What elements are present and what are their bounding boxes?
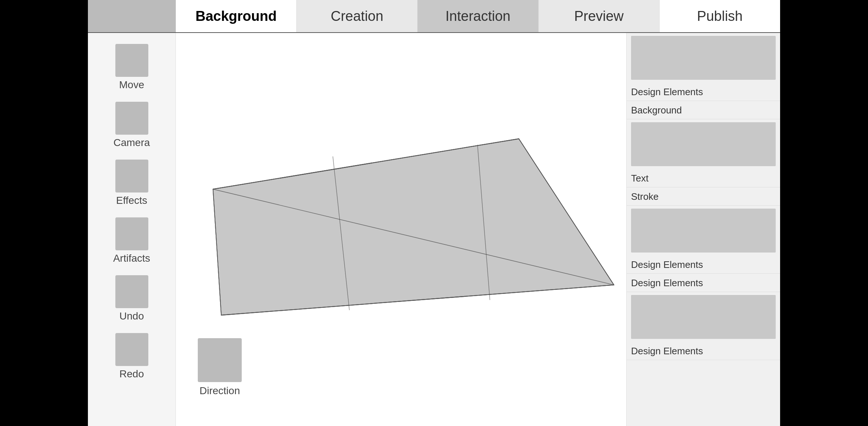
artifacts-icon <box>115 217 148 250</box>
toolbar-item-camera[interactable]: Camera <box>99 98 165 152</box>
main-area: Background Creation Interaction Preview … <box>88 0 780 426</box>
panel-section-background: Background <box>627 101 780 119</box>
camera-label: Camera <box>114 137 150 149</box>
redo-label: Redo <box>119 368 144 380</box>
toolbar-item-move[interactable]: Move <box>99 40 165 94</box>
svg-marker-0 <box>213 139 614 315</box>
right-panel: Design Elements Background Text Stroke D… <box>626 33 780 426</box>
right-black-bar <box>780 0 868 426</box>
panel-label-stroke: Stroke <box>627 187 780 205</box>
direction-widget: Direction <box>198 338 242 397</box>
panel-card-text <box>631 122 776 166</box>
effects-icon <box>115 160 148 193</box>
artifacts-label: Artifacts <box>113 253 150 264</box>
panel-section-text: Text <box>627 119 780 187</box>
panel-section-2: Design Elements <box>627 206 780 274</box>
tab-background[interactable]: Background <box>176 0 297 32</box>
undo-icon <box>115 275 148 308</box>
panel-section-de-label: Design Elements <box>627 274 780 292</box>
effects-label: Effects <box>116 195 147 206</box>
panel-label-design-elements-2: Design Elements <box>627 255 780 273</box>
tab-preview[interactable]: Preview <box>539 0 660 32</box>
panel-section-stroke: Stroke <box>627 187 780 206</box>
top-nav: Background Creation Interaction Preview … <box>88 0 780 33</box>
tab-creation[interactable]: Creation <box>297 0 418 32</box>
direction-label: Direction <box>200 385 240 397</box>
tab-interaction[interactable]: Interaction <box>418 0 538 32</box>
panel-label-design-elements-3: Design Elements <box>627 342 780 360</box>
content-area: Move Camera Effects Artifacts Undo Redo <box>88 33 780 426</box>
nav-logo <box>88 0 176 32</box>
redo-icon <box>115 333 148 366</box>
panel-label-design-elements-1: Design Elements <box>627 83 780 101</box>
panel-card-3 <box>631 295 776 339</box>
move-label: Move <box>119 79 144 91</box>
canvas-area[interactable]: Direction <box>176 33 626 426</box>
camera-icon <box>115 102 148 135</box>
panel-section-3: Design Elements <box>627 292 780 360</box>
undo-label: Undo <box>119 310 144 322</box>
tab-publish[interactable]: Publish <box>660 0 780 32</box>
panel-card-1 <box>631 36 776 80</box>
toolbar-item-artifacts[interactable]: Artifacts <box>99 214 165 268</box>
move-icon <box>115 44 148 77</box>
nav-tabs: Background Creation Interaction Preview … <box>176 0 780 32</box>
panel-label-background: Background <box>627 101 780 119</box>
direction-icon <box>198 338 242 382</box>
panel-section-1: Design Elements <box>627 33 780 101</box>
panel-label-text: Text <box>627 169 780 187</box>
canvas-svg <box>176 33 626 426</box>
panel-card-2 <box>631 209 776 253</box>
left-black-bar <box>0 0 88 426</box>
left-toolbar: Move Camera Effects Artifacts Undo Redo <box>88 33 176 426</box>
toolbar-item-undo[interactable]: Undo <box>99 272 165 326</box>
toolbar-item-effects[interactable]: Effects <box>99 156 165 210</box>
panel-label-design-elements-item: Design Elements <box>627 274 780 292</box>
toolbar-item-redo[interactable]: Redo <box>99 329 165 384</box>
